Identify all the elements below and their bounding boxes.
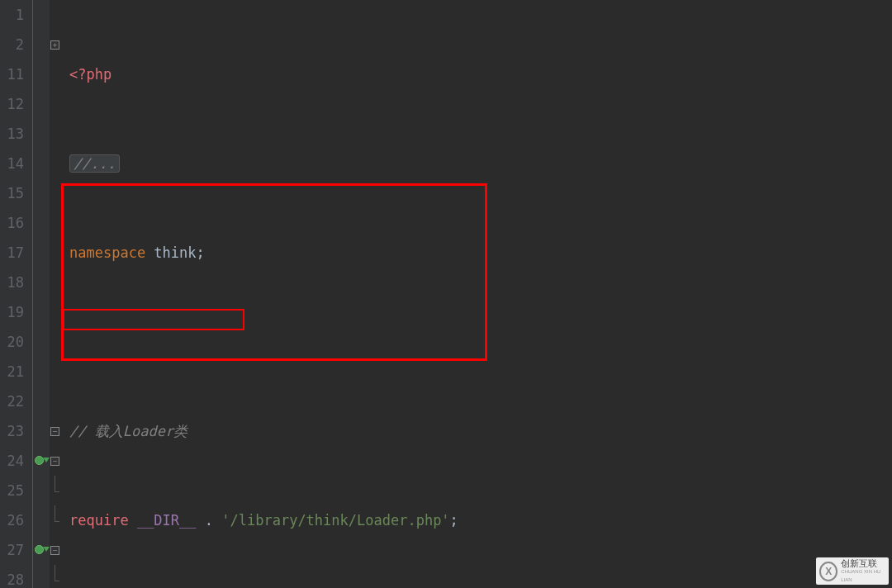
folded-region[interactable]: //... bbox=[69, 154, 120, 173]
watermark-text: 创新互联 bbox=[841, 559, 889, 567]
watermark-subtext: CHUANG XIN HU LIAN bbox=[841, 567, 889, 584]
line-number: 25 bbox=[0, 476, 24, 505]
line-number: 2 bbox=[0, 30, 24, 59]
line-number: 15 bbox=[0, 178, 24, 208]
line-number: 21 bbox=[0, 357, 24, 386]
comment: // 载入Loader类 bbox=[69, 423, 187, 439]
php-open-tag: <?php bbox=[69, 66, 112, 83]
line-number: 27 bbox=[0, 535, 24, 565]
fold-end-icon bbox=[50, 578, 59, 587]
line-number: 24 bbox=[0, 446, 24, 476]
watermark-icon: X bbox=[819, 562, 837, 581]
keyword-namespace: namespace bbox=[69, 244, 145, 261]
line-number: 1 bbox=[0, 0, 24, 30]
line-number: 26 bbox=[0, 505, 24, 535]
line-number: 16 bbox=[0, 208, 24, 238]
line-number: 12 bbox=[0, 89, 24, 119]
line-number: 22 bbox=[0, 386, 24, 416]
line-number-gutter: 1 2 11 12 13 14 15 16 17 18 19 20 21 22 … bbox=[0, 0, 33, 588]
fold-collapse-icon[interactable]: − bbox=[50, 457, 59, 466]
override-marker-icon[interactable] bbox=[33, 535, 50, 565]
line-number: 13 bbox=[0, 119, 24, 149]
override-marker-icon[interactable] bbox=[33, 446, 50, 476]
code-editor[interactable]: 1 2 11 12 13 14 15 16 17 18 19 20 21 22 … bbox=[0, 0, 892, 588]
keyword-require: require bbox=[69, 512, 129, 529]
fold-end-icon bbox=[50, 489, 59, 498]
fold-collapse-icon[interactable]: − bbox=[50, 427, 59, 436]
line-number: 20 bbox=[0, 327, 24, 357]
marker-gutter bbox=[33, 0, 50, 588]
line-number: 17 bbox=[0, 238, 24, 268]
fold-gutter[interactable]: + − − − bbox=[50, 0, 64, 588]
code-area[interactable]: <?php //... namespace think; // 载入Loader… bbox=[64, 0, 892, 588]
line-number: 18 bbox=[0, 268, 24, 297]
line-number: 11 bbox=[0, 59, 24, 89]
watermark-logo: X 创新互联 CHUANG XIN HU LIAN bbox=[816, 557, 889, 585]
fold-expand-icon[interactable]: + bbox=[50, 40, 59, 50]
fold-end-icon bbox=[50, 519, 59, 528]
line-number: 14 bbox=[0, 149, 24, 178]
line-number: 19 bbox=[0, 297, 24, 327]
line-number: 23 bbox=[0, 416, 24, 446]
line-number: 28 bbox=[0, 565, 24, 588]
fold-collapse-icon[interactable]: − bbox=[50, 546, 59, 555]
